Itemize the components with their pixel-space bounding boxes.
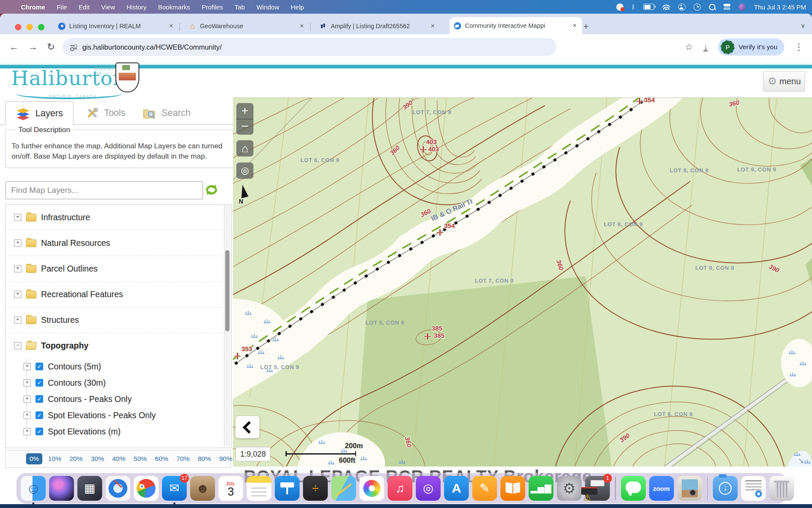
folder-label[interactable]: Infrastructure <box>41 213 90 222</box>
map-home-button[interactable]: ⌂ <box>236 140 253 157</box>
opacity-10[interactable]: 10% <box>45 453 64 464</box>
tab-tools[interactable]: Tools <box>79 101 132 125</box>
dock-finder-icon[interactable]: ☺ <box>21 476 46 501</box>
folder-label[interactable]: Topography <box>41 341 88 351</box>
layer-contours-30m[interactable]: + ✓ Contours (30m) <box>24 375 231 391</box>
layer-label[interactable]: Contours - Peaks Only <box>48 394 132 404</box>
opacity-70[interactable]: 70% <box>174 453 192 464</box>
forward-button[interactable]: → <box>28 41 38 53</box>
tab-community-mapping-active[interactable]: Community Interactive Mappi × <box>450 17 582 34</box>
dock-downloads-folder-icon[interactable]: ↓ <box>713 476 738 501</box>
menu-window[interactable]: Window <box>256 3 279 11</box>
tab-close-icon[interactable]: × <box>571 22 578 30</box>
new-tab-button[interactable]: + <box>583 21 588 32</box>
expand-icon[interactable]: + <box>24 396 31 403</box>
checkbox-checked[interactable]: ✓ <box>35 395 43 403</box>
opacity-90[interactable]: 90% <box>217 453 235 464</box>
opacity-60[interactable]: 60% <box>153 453 171 464</box>
menu-profiles[interactable]: Profiles <box>202 3 223 11</box>
verify-its-you-button[interactable]: P Verify it's you <box>718 38 784 56</box>
battery-icon[interactable] <box>643 4 654 10</box>
dock-trash-icon[interactable] <box>769 476 794 501</box>
dock-keynote-icon[interactable] <box>275 476 300 501</box>
opacity-50[interactable]: 50% <box>131 453 150 464</box>
dock-launchpad-icon[interactable]: ▦ <box>77 476 102 501</box>
user-switch-icon[interactable] <box>678 3 685 11</box>
tab-close-icon[interactable]: × <box>299 22 305 30</box>
refresh-layers-icon[interactable] <box>204 183 219 198</box>
dock-calculator-icon[interactable]: ÷ <box>303 476 328 501</box>
site-settings-tune-icon[interactable] <box>70 44 77 50</box>
layer-contours-peaks-only[interactable]: + ✓ Contours - Peaks Only <box>24 391 231 407</box>
dock-maps-icon[interactable] <box>331 476 356 501</box>
dock-notes-icon[interactable] <box>247 476 271 501</box>
expand-icon[interactable]: + <box>14 214 21 221</box>
tab-search-chevron-icon[interactable]: ∨ <box>801 22 805 29</box>
tab-close-icon[interactable]: × <box>168 22 174 30</box>
dock-photos-icon[interactable] <box>359 476 384 501</box>
folder-label[interactable]: Parcel Outlines <box>41 264 97 274</box>
dock-documents-icon[interactable] <box>741 476 766 501</box>
back-button[interactable]: ← <box>9 41 19 53</box>
kebab-menu-icon[interactable]: ⋮ <box>794 42 803 52</box>
layer-label[interactable]: Contours (5m) <box>48 362 101 372</box>
layer-label[interactable]: Contours (30m) <box>48 378 106 388</box>
map-canvas[interactable]: LOT 7, CON 9 LOT 6, CON 9 LOT 9, CON 9 L… <box>233 97 812 467</box>
opacity-80[interactable]: 80% <box>195 453 214 464</box>
wifi-icon[interactable] <box>662 4 670 10</box>
dock-podcasts-icon[interactable]: ◎ <box>416 476 441 501</box>
map-zoom-in-button[interactable]: + <box>236 103 253 119</box>
address-bar[interactable]: gis.haliburtoncounty.ca/HCWEB/Community/ <box>62 38 556 56</box>
layer-folder-infrastructure[interactable]: + Infrastructure <box>6 205 231 230</box>
menu-tab[interactable]: Tab <box>235 3 245 11</box>
opacity-20[interactable]: 20% <box>67 453 85 464</box>
dock-safari-icon[interactable] <box>106 476 130 501</box>
layer-folder-parcel-outlines[interactable]: + Parcel Outlines <box>6 256 231 281</box>
window-close-button[interactable] <box>15 24 21 30</box>
folder-label[interactable]: Structures <box>41 315 79 325</box>
map-zoom-out-button[interactable]: − <box>236 119 253 135</box>
expand-icon[interactable]: + <box>24 379 31 387</box>
layer-contours-5m[interactable]: + ✓ Contours (5m) <box>24 358 231 375</box>
dock-photo-booth-icon[interactable] <box>677 476 702 501</box>
menu-bookmarks[interactable]: Bookmarks <box>158 3 190 11</box>
tab-geowarehouse[interactable]: ⌂ GeoWarehouse × <box>185 18 309 34</box>
bookmark-star-icon[interactable]: ☆ <box>685 42 693 52</box>
tab-listing-inventory[interactable]: Listing Inventory | REALM × <box>54 18 179 34</box>
dock-books-icon[interactable] <box>500 476 525 501</box>
layer-folder-topography[interactable]: − Topography <box>6 333 231 358</box>
tab-close-icon[interactable]: × <box>430 22 436 30</box>
time-machine-icon[interactable] <box>694 3 701 11</box>
folder-label[interactable]: Natural Resources <box>41 238 110 248</box>
menu-app-name[interactable]: Chrome <box>21 3 45 11</box>
panel-collapse-button[interactable] <box>235 416 259 438</box>
dock-contacts-icon[interactable]: ☻ <box>190 476 215 501</box>
dock-siri-icon[interactable] <box>49 476 74 501</box>
dock-stocks-icon[interactable]: ▂▅▇ <box>529 476 553 501</box>
expand-icon[interactable]: + <box>14 316 21 324</box>
expand-icon[interactable]: + <box>24 428 31 435</box>
site-menu-button[interactable]: ⚙ menu <box>763 71 805 92</box>
dock-pages-icon[interactable]: ✎ <box>472 476 497 501</box>
checkbox-checked[interactable]: ✓ <box>35 411 43 419</box>
dock-printer-icon[interactable]: ⚠1 <box>585 476 610 501</box>
dock-chrome-icon[interactable] <box>134 476 159 501</box>
layer-folder-natural-resources[interactable]: + Natural Resources <box>6 230 231 256</box>
reload-button[interactable]: ↻ <box>47 41 55 53</box>
layer-label[interactable]: Spot Elevations (m) <box>48 427 121 437</box>
tree-scrollbar[interactable] <box>224 205 231 447</box>
bluetooth-icon[interactable]: ᛒ <box>632 3 635 10</box>
menu-bar-clock[interactable]: Thu Jul 3 2:45 PM <box>754 3 806 11</box>
collapse-icon[interactable]: − <box>14 342 21 349</box>
status-purple-app-icon[interactable] <box>738 3 746 11</box>
spotlight-search-icon[interactable] <box>709 4 715 10</box>
tab-amplify[interactable]: Amplify | Listing Draft265562 × <box>315 18 440 34</box>
opacity-30[interactable]: 30% <box>88 453 106 464</box>
find-map-layers-input[interactable] <box>6 181 203 199</box>
map-locate-button[interactable]: ◎ <box>236 162 253 179</box>
dock-zoom-icon[interactable]: zoom <box>649 476 674 501</box>
expand-icon[interactable]: + <box>24 412 31 419</box>
menu-history[interactable]: History <box>127 3 147 11</box>
tab-layers[interactable]: Layers <box>5 101 74 125</box>
control-center-icon[interactable] <box>724 4 730 10</box>
